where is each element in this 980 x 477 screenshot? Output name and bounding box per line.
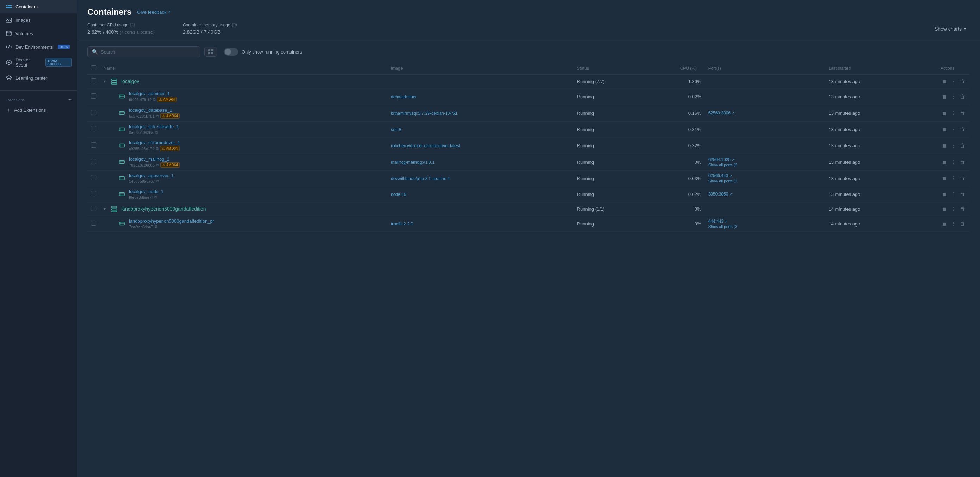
image-link[interactable]: mailhog/mailhog:v1.0.1 [391,160,434,165]
container-name-link[interactable]: localgov_solr-sitewide_1 [129,124,179,129]
sidebar-item-dev-environments[interactable]: Dev Environments BETA [0,40,77,54]
memory-info-icon[interactable]: ⓘ [232,22,237,27]
stop-button[interactable]: ◼ [940,142,948,149]
stop-button[interactable]: ◼ [940,126,948,133]
more-options-button[interactable]: ⋮ [949,158,958,166]
port-link[interactable]: 62566:443 ↗ [708,173,822,178]
delete-button[interactable]: 🗑 [958,142,967,149]
row-checkbox[interactable] [91,175,96,180]
image-link[interactable]: dehy/adminer [391,94,417,99]
show-charts-button[interactable]: Show charts ▾ [930,24,970,34]
page-header: Containers Give feedback ↗ Container CPU… [78,0,980,41]
copy-id-icon[interactable]: ⧉ [154,195,157,199]
copy-id-icon[interactable]: ⧉ [153,97,156,102]
delete-button[interactable]: 🗑 [958,109,967,117]
sidebar-item-docker-scout[interactable]: Docker Scout EARLY ACCESS [0,54,77,71]
image-link[interactable]: solr:8 [391,127,401,132]
select-all-checkbox[interactable] [91,65,96,70]
stop-button[interactable]: ◼ [940,78,948,85]
more-options-button[interactable]: ⋮ [949,78,958,85]
more-options-button[interactable]: ⋮ [949,190,958,198]
stop-button[interactable]: ◼ [940,109,948,117]
copy-id-icon[interactable]: ⧉ [156,163,159,167]
image-link[interactable]: traefik:2.2.0 [391,222,413,227]
container-name-link[interactable]: localgov_database_1 [129,107,172,113]
delete-button[interactable]: 🗑 [958,220,967,227]
row-checkbox[interactable] [91,159,96,164]
container-name-link[interactable]: localgov_adminer_1 [129,91,170,96]
delete-button[interactable]: 🗑 [958,126,967,133]
delete-button[interactable]: 🗑 [958,190,967,198]
search-box[interactable]: 🔍 [88,46,200,57]
copy-id-icon[interactable]: ⧉ [155,130,158,135]
extensions-menu-icon[interactable]: ⋯ [68,98,72,102]
container-name-link[interactable]: localgov_appserver_1 [129,173,173,178]
stop-button[interactable]: ◼ [940,174,948,182]
port-link[interactable]: 3050:3050 ↗ [708,192,822,197]
row-checkbox[interactable] [91,126,96,131]
add-extensions-button[interactable]: ＋ Add Extensions [0,103,77,117]
container-name-link[interactable]: landoproxyhyperion5000gandalfedition_pr [129,218,214,224]
delete-button[interactable]: 🗑 [958,158,967,166]
image-link[interactable]: node:16 [391,192,406,197]
show-all-ports-link[interactable]: Show all ports (3 [708,224,822,229]
copy-id-icon[interactable]: ⧉ [156,114,159,118]
more-options-button[interactable]: ⋮ [949,93,958,100]
stop-button[interactable]: ◼ [940,158,948,166]
cpu-info-icon[interactable]: ⓘ [130,22,135,27]
group-checkbox[interactable] [91,78,96,83]
stop-button[interactable]: ◼ [940,220,948,227]
port-link[interactable]: 62564:1025 ↗ [708,157,822,162]
toggle-knob [225,49,231,55]
delete-button[interactable]: 🗑 [958,205,967,213]
grid-view-toggle[interactable] [204,47,217,57]
sidebar-item-containers[interactable]: Containers [0,0,77,13]
port-link[interactable]: 444:443 ↗ [708,219,822,224]
svg-rect-17 [119,128,124,131]
stop-button[interactable]: ◼ [940,93,948,100]
delete-button[interactable]: 🗑 [958,174,967,182]
container-id: 762da0c2600b [129,163,154,167]
delete-button[interactable]: 🗑 [958,93,967,100]
port-link[interactable]: 62563:3306 ↗ [708,111,822,116]
grid-icon [208,49,213,54]
delete-button[interactable]: 🗑 [958,78,967,85]
row-checkbox[interactable] [91,191,96,196]
more-options-button[interactable]: ⋮ [949,109,958,117]
stop-button[interactable]: ◼ [940,205,948,213]
more-options-button[interactable]: ⋮ [949,126,958,133]
more-options-button[interactable]: ⋮ [949,220,958,227]
row-checkbox[interactable] [91,93,96,99]
show-all-ports-link[interactable]: Show all ports (2 [708,163,822,167]
image-link[interactable]: robcherry/docker-chromedriver:latest [391,143,460,148]
group-name[interactable]: localgov [121,79,139,84]
sidebar-item-volumes[interactable]: Volumes [0,27,77,40]
sidebar-item-images[interactable]: Images [0,13,77,27]
sidebar-item-learning-center[interactable]: Learning center [0,71,77,84]
more-options-button[interactable]: ⋮ [949,205,958,213]
search-input[interactable] [101,49,196,55]
container-status: Running [577,192,594,197]
image-link[interactable]: devwithlando/php:8.1-apache-4 [391,176,450,181]
more-options-button[interactable]: ⋮ [949,174,958,182]
container-name-link[interactable]: localgov_chromedriver_1 [129,140,180,145]
copy-id-icon[interactable]: ⧉ [154,224,158,229]
row-checkbox[interactable] [91,142,96,148]
running-toggle-switch[interactable] [224,48,238,56]
give-feedback-link[interactable]: Give feedback ↗ [137,10,171,15]
show-all-ports-link[interactable]: Show all ports (2 [708,179,822,183]
row-checkbox[interactable] [91,110,96,115]
container-name-link[interactable]: localgov_node_1 [129,189,164,194]
container-id: f9409ef7fb12 [129,98,151,102]
more-options-button[interactable]: ⋮ [949,142,958,149]
image-link[interactable]: bitnami/mysql:5.7.29-debian-10-r51 [391,111,458,116]
expand-icon[interactable]: ▾ [103,79,106,84]
expand-icon[interactable]: ▾ [103,207,106,211]
group-name[interactable]: landoproxyhyperion5000gandalfedition [121,206,206,212]
container-name-link[interactable]: localgov_mailhog_1 [129,156,169,162]
copy-id-icon[interactable]: ⧉ [156,146,159,151]
copy-id-icon[interactable]: ⧉ [156,179,159,184]
group-checkbox[interactable] [91,206,96,211]
stop-button[interactable]: ◼ [940,190,948,198]
row-checkbox[interactable] [91,221,96,226]
